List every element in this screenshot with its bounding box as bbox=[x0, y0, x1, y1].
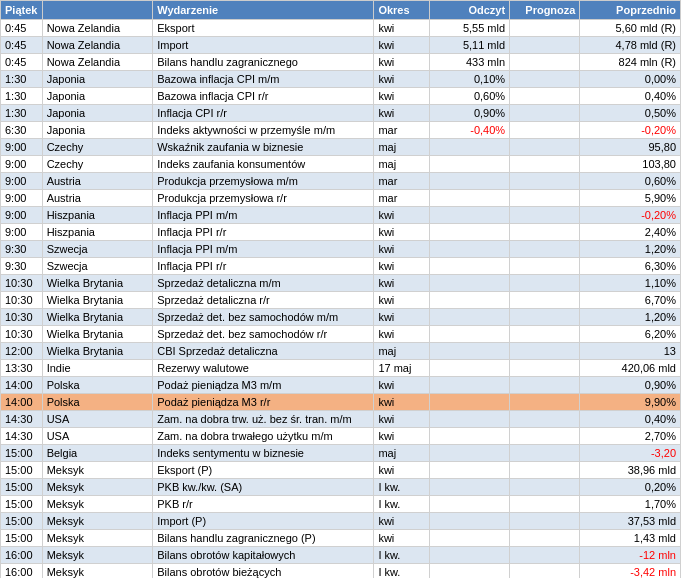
header-event: Wydarzenie bbox=[153, 1, 374, 20]
table-row: 9:00CzechyWskaźnik zaufania w biznesiema… bbox=[1, 139, 681, 156]
table-row: 9:00AustriaProdukcja przemysłowa r/rmar5… bbox=[1, 190, 681, 207]
table-row: 15:00BelgiaIndeks sentymentu w biznesiem… bbox=[1, 445, 681, 462]
table-row: 10:30Wielka BrytaniaSprzedaż det. bez sa… bbox=[1, 309, 681, 326]
header-period: Okres bbox=[374, 1, 429, 20]
table-row: 0:45Nowa ZelandiaEksportkwi5,55 mld5,60 … bbox=[1, 20, 681, 37]
table-row: 0:45Nowa ZelandiaBilans handlu zagranicz… bbox=[1, 54, 681, 71]
table-row: 1:30JaponiaInflacja CPI r/rkwi0,90%0,50% bbox=[1, 105, 681, 122]
header-previous: Poprzednio bbox=[580, 1, 681, 20]
table-row: 14:00PolskaPodaż pieniądza M3 r/rkwi9,90… bbox=[1, 394, 681, 411]
table-row: 16:00MeksykBilans obrotów bieżącychI kw.… bbox=[1, 564, 681, 579]
table-row: 12:00Wielka BrytaniaCBI Sprzedaż detalic… bbox=[1, 343, 681, 360]
table-row: 6:30JaponiaIndeks aktywności w przemyśle… bbox=[1, 122, 681, 139]
header-country bbox=[42, 1, 153, 20]
table-row: 9:30SzwecjaInflacja PPI m/mkwi1,20% bbox=[1, 241, 681, 258]
economic-calendar-table: Piątek Wydarzenie Okres Odczyt Prognoza … bbox=[0, 0, 681, 578]
table-row: 15:00MeksykEksport (P)kwi38,96 mld bbox=[1, 462, 681, 479]
table-row: 9:00HiszpaniaInflacja PPI m/mkwi-0,20% bbox=[1, 207, 681, 224]
table-row: 1:30JaponiaBazowa inflacja CPI m/mkwi0,1… bbox=[1, 71, 681, 88]
table-row: 9:00CzechyIndeks zaufania konsumentówmaj… bbox=[1, 156, 681, 173]
table-row: 14:00PolskaPodaż pieniądza M3 m/mkwi0,90… bbox=[1, 377, 681, 394]
table-row: 14:30USAZam. na dobra trwałego użytku m/… bbox=[1, 428, 681, 445]
table-row: 14:30USAZam. na dobra trw. uż. bez śr. t… bbox=[1, 411, 681, 428]
table-row: 16:00MeksykBilans obrotów kapitałowychI … bbox=[1, 547, 681, 564]
table-row: 9:00AustriaProdukcja przemysłowa m/mmar0… bbox=[1, 173, 681, 190]
table-row: 10:30Wielka BrytaniaSprzedaż detaliczna … bbox=[1, 292, 681, 309]
table-row: 9:30SzwecjaInflacja PPI r/rkwi6,30% bbox=[1, 258, 681, 275]
table-row: 10:30Wielka BrytaniaSprzedaż det. bez sa… bbox=[1, 326, 681, 343]
table-row: 15:00MeksykPKB kw./kw. (SA)I kw.0,20% bbox=[1, 479, 681, 496]
table-row: 15:00MeksykImport (P)kwi37,53 mld bbox=[1, 513, 681, 530]
table-row: 9:00HiszpaniaInflacja PPI r/rkwi2,40% bbox=[1, 224, 681, 241]
table-row: 15:00MeksykBilans handlu zagranicznego (… bbox=[1, 530, 681, 547]
header-day: Piątek bbox=[1, 1, 43, 20]
table-row: 15:00MeksykPKB r/rI kw.1,70% bbox=[1, 496, 681, 513]
table-row: 13:30IndieRezerwy walutowe17 maj420,06 m… bbox=[1, 360, 681, 377]
table-row: 1:30JaponiaBazowa inflacja CPI r/rkwi0,6… bbox=[1, 88, 681, 105]
header-forecast: Prognoza bbox=[510, 1, 580, 20]
header-reading: Odczyt bbox=[429, 1, 509, 20]
table-row: 10:30Wielka BrytaniaSprzedaż detaliczna … bbox=[1, 275, 681, 292]
table-row: 0:45Nowa ZelandiaImportkwi5,11 mld4,78 m… bbox=[1, 37, 681, 54]
